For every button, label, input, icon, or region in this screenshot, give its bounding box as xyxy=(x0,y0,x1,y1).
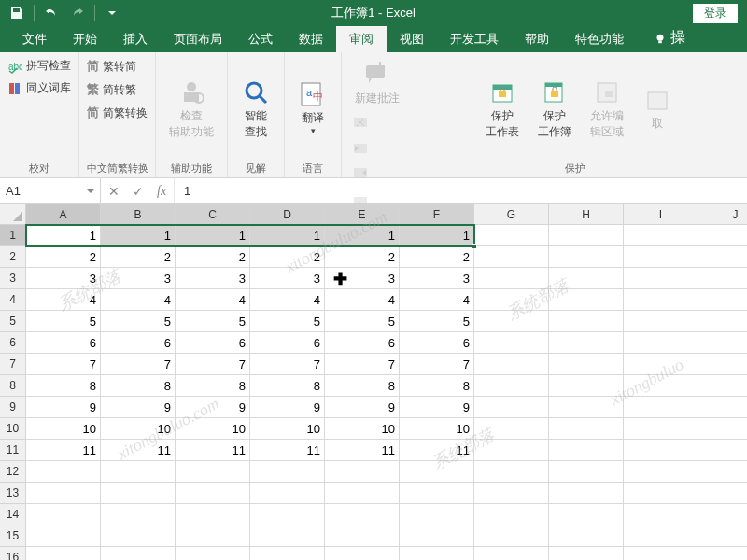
row-header-16[interactable]: 16 xyxy=(0,547,26,560)
col-header-E[interactable]: E xyxy=(325,204,400,225)
cell[interactable] xyxy=(474,354,549,375)
cell[interactable]: 5 xyxy=(250,311,325,332)
tab-开发工具[interactable]: 开发工具 xyxy=(437,26,512,52)
trad-to-simp-button[interactable]: 简繁转简 xyxy=(85,56,149,77)
cell[interactable] xyxy=(624,525,698,547)
row-header-7[interactable]: 7 xyxy=(0,354,26,375)
cancel-icon[interactable]: ✕ xyxy=(108,184,120,199)
protect-sheet-button[interactable]: 保护工作表 xyxy=(478,56,527,160)
cell[interactable]: 11 xyxy=(101,440,176,461)
cell[interactable]: 6 xyxy=(176,332,250,354)
tab-视图[interactable]: 视图 xyxy=(387,26,437,52)
cell[interactable] xyxy=(698,311,747,332)
cell[interactable] xyxy=(325,483,400,504)
cell[interactable] xyxy=(549,547,624,560)
cell[interactable]: 5 xyxy=(26,311,101,332)
cell[interactable] xyxy=(176,525,250,547)
select-all-corner[interactable] xyxy=(0,204,26,225)
tell-me[interactable]: 操 xyxy=(646,23,693,52)
cell[interactable] xyxy=(698,397,747,418)
row-header-10[interactable]: 10 xyxy=(0,418,26,440)
row-header-4[interactable]: 4 xyxy=(0,289,26,311)
spreadsheet-grid[interactable]: ABCDEFGHIJ 12345678910111213141516 11111… xyxy=(0,204,747,560)
redo-icon[interactable] xyxy=(66,2,89,24)
cell[interactable]: 8 xyxy=(400,375,474,397)
cell[interactable] xyxy=(26,461,101,483)
row-header-1[interactable]: 1 xyxy=(0,225,26,246)
cell[interactable]: 8 xyxy=(250,375,325,397)
cell[interactable] xyxy=(549,375,624,397)
cell[interactable] xyxy=(698,375,747,397)
cell[interactable] xyxy=(101,483,176,504)
cell[interactable] xyxy=(250,525,325,547)
cell[interactable]: 10 xyxy=(250,418,325,440)
cell[interactable]: 11 xyxy=(400,440,474,461)
row-header-8[interactable]: 8 xyxy=(0,375,26,397)
col-header-F[interactable]: F xyxy=(400,204,474,225)
cell[interactable] xyxy=(250,504,325,525)
cell[interactable]: 4 xyxy=(101,289,176,311)
row-header-15[interactable]: 15 xyxy=(0,525,26,547)
cell[interactable] xyxy=(549,525,624,547)
cell[interactable] xyxy=(250,547,325,560)
cell[interactable]: 7 xyxy=(400,354,474,375)
tab-插入[interactable]: 插入 xyxy=(110,26,161,52)
cell[interactable]: 4 xyxy=(176,289,250,311)
cell[interactable]: 2 xyxy=(26,246,101,268)
cell[interactable]: 7 xyxy=(250,354,325,375)
cell[interactable]: 3 xyxy=(325,268,400,289)
cell[interactable] xyxy=(400,483,474,504)
cell[interactable] xyxy=(325,547,400,560)
col-header-A[interactable]: A xyxy=(26,204,101,225)
cell[interactable] xyxy=(474,397,549,418)
simp-trad-convert-button[interactable]: 简简繁转换 xyxy=(85,103,149,123)
cell[interactable]: 1 xyxy=(325,225,400,246)
row-header-3[interactable]: 3 xyxy=(0,268,26,289)
cell[interactable] xyxy=(250,461,325,483)
qat-customize-icon[interactable] xyxy=(101,2,123,24)
cell[interactable] xyxy=(624,246,698,268)
cell[interactable] xyxy=(325,504,400,525)
cell[interactable]: 11 xyxy=(250,440,325,461)
cell[interactable] xyxy=(176,504,250,525)
cell[interactable] xyxy=(474,547,549,560)
cell[interactable] xyxy=(176,483,250,504)
cell[interactable] xyxy=(624,311,698,332)
cell[interactable]: 2 xyxy=(250,246,325,268)
cell[interactable]: 4 xyxy=(325,289,400,311)
cell[interactable] xyxy=(26,483,101,504)
simp-to-trad-button[interactable]: 繁简转繁 xyxy=(85,79,149,100)
cell[interactable] xyxy=(474,461,549,483)
cell[interactable] xyxy=(698,547,747,560)
cell[interactable]: 2 xyxy=(176,246,250,268)
cell[interactable] xyxy=(474,418,549,440)
cell[interactable] xyxy=(474,289,549,311)
cell[interactable] xyxy=(549,483,624,504)
cell[interactable]: 3 xyxy=(250,268,325,289)
cell[interactable]: 8 xyxy=(26,375,101,397)
cell[interactable] xyxy=(549,225,624,246)
cell[interactable] xyxy=(624,504,698,525)
cell[interactable]: 7 xyxy=(101,354,176,375)
cell[interactable] xyxy=(624,375,698,397)
cell[interactable] xyxy=(698,246,747,268)
cell[interactable] xyxy=(624,268,698,289)
cell[interactable]: 8 xyxy=(176,375,250,397)
cell[interactable] xyxy=(101,461,176,483)
cell[interactable] xyxy=(549,289,624,311)
cell[interactable]: 6 xyxy=(325,332,400,354)
cell[interactable] xyxy=(624,289,698,311)
cell[interactable] xyxy=(176,461,250,483)
tab-公式[interactable]: 公式 xyxy=(235,26,286,52)
cell[interactable]: 11 xyxy=(176,440,250,461)
cell[interactable]: 2 xyxy=(325,246,400,268)
cell[interactable] xyxy=(474,375,549,397)
prev-comment-icon[interactable] xyxy=(351,139,370,158)
row-header-6[interactable]: 6 xyxy=(0,332,26,354)
cell[interactable]: 7 xyxy=(325,354,400,375)
cell[interactable]: 10 xyxy=(101,418,176,440)
cell[interactable] xyxy=(549,311,624,332)
cell[interactable]: 10 xyxy=(26,418,101,440)
cell[interactable]: 7 xyxy=(176,354,250,375)
cell[interactable] xyxy=(474,332,549,354)
